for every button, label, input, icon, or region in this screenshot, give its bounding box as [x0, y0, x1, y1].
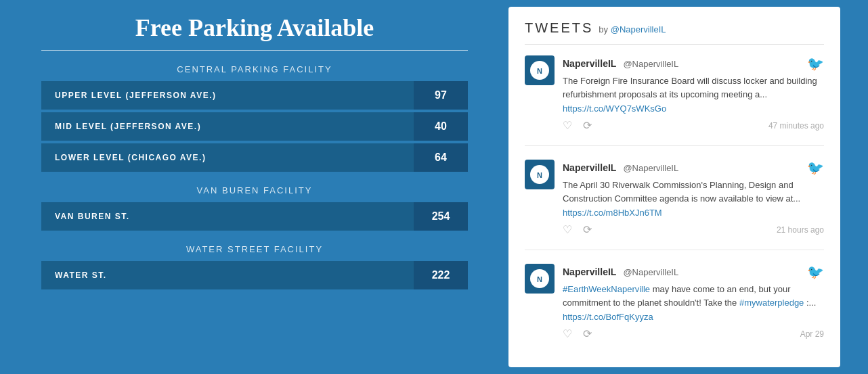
tweet-meta-3: NapervilleIL @NapervilleIL 🐦: [563, 264, 824, 280]
avatar-2: N: [525, 160, 555, 189]
tweet-timestamp-2: 21 hours ago: [777, 225, 824, 235]
hashtag-mywaterpledge[interactable]: #mywaterpledge: [739, 298, 804, 308]
facility-label-waterstreet: WATER STREET FACILITY: [41, 244, 468, 254]
tweets-title: TWEETS: [525, 20, 593, 36]
hashtag-earthweek[interactable]: #EarthWeekNaperville: [563, 284, 650, 294]
table-row: WATER ST. 222: [41, 261, 468, 289]
tweet-handle-2: @NapervilleIL: [623, 163, 678, 173]
tweet-meta-1: NapervilleIL @NapervilleIL 🐦: [563, 55, 824, 72]
parking-panel: Free Parking Available CENTRAL PARKING F…: [28, 7, 481, 310]
tweet-actions-row-1: ♡ ⟳ 47 minutes ago: [563, 119, 824, 132]
tweet-actions-row-2: ♡ ⟳ 21 hours ago: [563, 223, 824, 236]
table-row: LOWER LEVEL (CHICAGO AVE.) 64: [41, 143, 468, 172]
parking-title: Free Parking Available: [41, 14, 468, 42]
row-name-lower: LOWER LEVEL (CHICAGO AVE.): [41, 153, 414, 162]
svg-text:N: N: [537, 67, 542, 75]
tweet-meta-2: NapervilleIL @NapervilleIL 🐦: [563, 160, 824, 176]
tweet-timestamp-1: 47 minutes ago: [768, 121, 824, 131]
tweet-item-3: N NapervilleIL @NapervilleIL 🐦 #EarthWee…: [525, 264, 824, 354]
table-row: VAN BUREN ST. 254: [41, 202, 468, 231]
table-row: MID LEVEL (JEFFERSON AVE.) 40: [41, 112, 468, 141]
tweet-timestamp-3: Apr 29: [800, 329, 824, 339]
row-name-vanburen: VAN BUREN ST.: [41, 212, 414, 221]
row-name-mid: MID LEVEL (JEFFERSON AVE.): [41, 122, 414, 131]
row-count-upper: 97: [414, 81, 468, 110]
twitter-bird-icon-1: 🐦: [807, 55, 824, 72]
title-divider: [41, 50, 468, 51]
central-parking-rows: UPPER LEVEL (JEFFERSON AVE.) 97 MID LEVE…: [41, 81, 468, 172]
tweet-content-3: NapervilleIL @NapervilleIL 🐦 #EarthWeekN…: [563, 264, 824, 340]
avatar-1: N: [525, 55, 555, 85]
tweet-handle-1: @NapervilleIL: [623, 59, 678, 69]
tweet-item-2: N NapervilleIL @NapervilleIL 🐦 The April…: [525, 160, 824, 250]
naperville-logo-icon-2: N: [528, 163, 551, 186]
table-row: UPPER LEVEL (JEFFERSON AVE.) 97: [41, 81, 468, 110]
naperville-logo-icon-3: N: [528, 267, 551, 290]
tweet-link-2[interactable]: https://t.co/m8HbXJn6TM: [563, 208, 824, 218]
avatar-3: N: [525, 264, 555, 294]
row-count-lower: 64: [414, 143, 468, 172]
facility-label-vanburen: VAN BUREN FACILITY: [41, 185, 468, 195]
tweet-username-3: NapervilleIL: [563, 266, 616, 277]
tweets-panel: TWEETS by @NapervilleIL N NapervilleIL @…: [508, 7, 840, 367]
tweet-actions-2: ♡ ⟳: [563, 223, 592, 236]
row-count-vanburen: 254: [414, 202, 468, 231]
twitter-bird-icon-3: 🐦: [807, 264, 824, 280]
tweet-text-1: The Foreign Fire Insurance Board will di…: [563, 74, 824, 101]
twitter-bird-icon-2: 🐦: [807, 160, 824, 176]
tweet-actions-3: ♡ ⟳: [563, 327, 592, 340]
row-count-mid: 40: [414, 112, 468, 141]
retweet-icon-2[interactable]: ⟳: [583, 223, 592, 236]
tweet-actions-row-3: ♡ ⟳ Apr 29: [563, 327, 824, 340]
waterstreet-parking-rows: WATER ST. 222: [41, 261, 468, 289]
retweet-icon-1[interactable]: ⟳: [583, 119, 592, 132]
tweet-item-1: N NapervilleIL @NapervilleIL 🐦 The Forei…: [525, 55, 824, 146]
tweet-link-3[interactable]: https://t.co/BofFqKyyza: [563, 312, 824, 322]
tweet-content-2: NapervilleIL @NapervilleIL 🐦 The April 3…: [563, 160, 824, 236]
tweet-text-3: #EarthWeekNaperville may have come to an…: [563, 283, 824, 309]
row-name-upper: UPPER LEVEL (JEFFERSON AVE.): [41, 91, 414, 100]
tweet-link-1[interactable]: https://t.co/WYQ7sWKsGo: [563, 103, 824, 114]
tweet-handle-3: @NapervilleIL: [623, 267, 678, 277]
like-icon-2[interactable]: ♡: [563, 223, 572, 236]
facility-label-central: CENTRAL PARKING FACILITY: [41, 64, 468, 74]
row-name-waterst: WATER ST.: [41, 271, 414, 280]
tweet-text-2: The April 30 Riverwalk Commission's Plan…: [563, 179, 824, 205]
row-count-waterst: 222: [414, 261, 468, 289]
like-icon-1[interactable]: ♡: [563, 119, 572, 132]
tweets-header: TWEETS by @NapervilleIL: [525, 20, 824, 45]
main-container: Free Parking Available CENTRAL PARKING F…: [28, 0, 840, 374]
vanburen-parking-rows: VAN BUREN ST. 254: [41, 202, 468, 231]
like-icon-3[interactable]: ♡: [563, 327, 572, 340]
svg-text:N: N: [537, 275, 542, 283]
tweets-by-handle[interactable]: @NapervilleIL: [611, 24, 666, 34]
tweet-actions-1: ♡ ⟳: [563, 119, 592, 132]
tweet-username-2: NapervilleIL: [563, 162, 616, 173]
svg-text:N: N: [537, 171, 542, 179]
tweet-content-1: NapervilleIL @NapervilleIL 🐦 The Foreign…: [563, 55, 824, 132]
tweets-by-label: by @NapervilleIL: [599, 24, 666, 34]
retweet-icon-3[interactable]: ⟳: [583, 327, 592, 340]
naperville-logo-icon: N: [528, 59, 551, 82]
tweet-username-1: NapervilleIL: [563, 58, 616, 69]
